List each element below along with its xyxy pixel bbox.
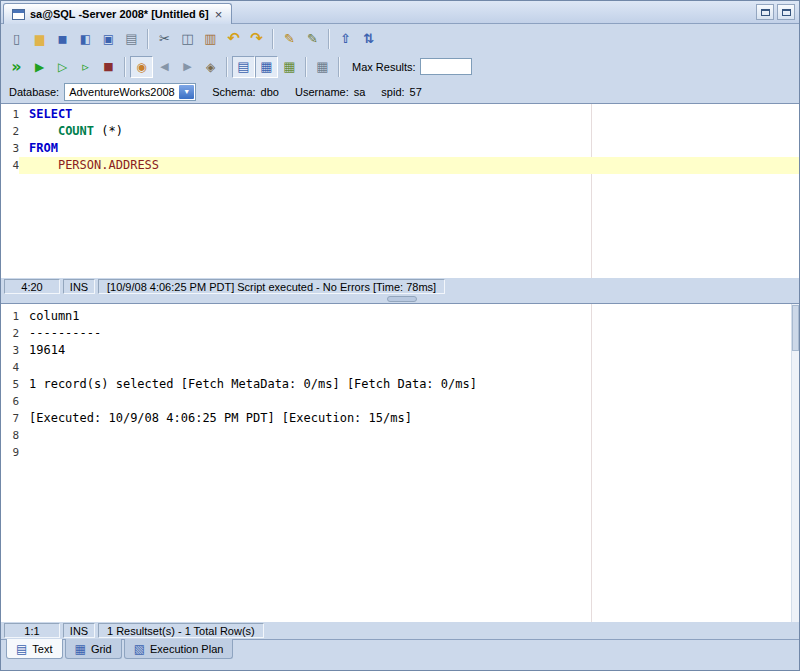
- execute-selection-button[interactable]: ▷: [51, 56, 74, 78]
- new-file-button[interactable]: ▯: [5, 28, 28, 50]
- results-pin-toggle[interactable]: ▦: [278, 56, 301, 78]
- execution-plan-icon: ▧: [134, 643, 145, 655]
- paste-icon: ▥: [204, 32, 216, 45]
- line-number: 2: [1, 123, 19, 140]
- toolbar-separator: [226, 57, 228, 77]
- results-insert-mode-indicator: INS: [63, 623, 95, 638]
- main-toolbar: ▯▆◼◧▣▤✂◫▥↶↷✎✎⇧⇅: [1, 24, 799, 53]
- save-as-icon: ▣: [103, 33, 114, 45]
- toolbar-separator: [272, 29, 274, 49]
- close-tab-icon[interactable]: ×: [214, 9, 224, 20]
- spid-label: spid:: [381, 86, 404, 98]
- toolbar-separator: [338, 57, 340, 77]
- line-number: 4: [1, 359, 19, 376]
- execution-toolbar: »▶▷▹■◉◀▶◈▤▦▦▦ Max Results:: [1, 53, 799, 80]
- code-text: COUNT (*): [19, 123, 799, 140]
- sort-button[interactable]: ⇅: [357, 28, 380, 50]
- result-line-4[interactable]: 4: [1, 359, 799, 376]
- result-line-7[interactable]: 7[Executed: 10/9/08 4:06:25 PM PDT] [Exe…: [1, 410, 799, 427]
- tab-execution-plan-label: Execution Plan: [150, 643, 223, 655]
- open-file-button[interactable]: ▆: [28, 28, 51, 50]
- maximize-window-button[interactable]: [777, 4, 795, 20]
- uppercase-icon: ⇧: [340, 32, 351, 45]
- pane-splitter[interactable]: [1, 295, 799, 303]
- cut-button[interactable]: ✂: [153, 28, 176, 50]
- toolbar-separator: [328, 29, 330, 49]
- next-statement-button[interactable]: ▶: [176, 56, 199, 78]
- session-tab-bar: sa@SQL -Server 2008* [Untitled 6] ×: [1, 1, 799, 24]
- execute-current-button[interactable]: ▹: [74, 56, 97, 78]
- tab-execution-plan[interactable]: ▧Execution Plan: [124, 639, 234, 659]
- result-text: [19, 393, 799, 410]
- open-result-window-button[interactable]: ▦: [311, 56, 334, 78]
- result-tab-bar: ▤Text▦Grid▧Execution Plan: [1, 639, 799, 670]
- session-tab[interactable]: sa@SQL -Server 2008* [Untitled 6] ×: [3, 3, 232, 24]
- resultset-summary: 1 Resultset(s) - 1 Total Row(s): [98, 623, 264, 638]
- print-button[interactable]: ▤: [120, 28, 143, 50]
- database-select[interactable]: AdventureWorks2008 ▼: [64, 83, 196, 101]
- execution-message: [10/9/08 4:06:25 PM PDT] Script executed…: [98, 279, 445, 294]
- uppercase-button[interactable]: ⇧: [334, 28, 357, 50]
- save-all-button[interactable]: ◧: [74, 28, 97, 50]
- paste-button[interactable]: ▥: [199, 28, 222, 50]
- editor-line-2[interactable]: 2 COUNT (*): [1, 123, 799, 140]
- max-results-input[interactable]: [420, 58, 472, 75]
- result-line-9[interactable]: 9: [1, 444, 799, 461]
- results-as-text-toggle[interactable]: ▤: [232, 56, 255, 78]
- redo-button[interactable]: ↷: [245, 28, 268, 50]
- cut-icon: ✂: [159, 32, 170, 45]
- results-scrollbar-thumb[interactable]: [792, 305, 799, 351]
- execute-current-icon: ▹: [82, 60, 89, 73]
- save-as-button[interactable]: ▣: [97, 28, 120, 50]
- commit-button[interactable]: ◈: [199, 56, 222, 78]
- result-text: column1: [19, 308, 799, 325]
- result-line-1[interactable]: 1column1: [1, 308, 799, 325]
- stop-button[interactable]: ■: [97, 56, 120, 78]
- result-line-2[interactable]: 2----------: [1, 325, 799, 342]
- editor-line-1[interactable]: 1SELECT: [1, 106, 799, 123]
- code-text: PERSON.ADDRESS: [19, 157, 799, 174]
- execute-icon: ▶: [35, 61, 44, 73]
- execute-button[interactable]: ▶: [28, 56, 51, 78]
- results-scrollbar[interactable]: [791, 304, 799, 622]
- result-text: [19, 427, 799, 444]
- edit-options-button[interactable]: ✎: [301, 28, 324, 50]
- tab-grid[interactable]: ▦Grid: [65, 639, 122, 659]
- chevron-down-icon: ▼: [179, 85, 194, 99]
- tab-text[interactable]: ▤Text: [6, 639, 63, 659]
- execute-all-button[interactable]: »: [5, 56, 28, 78]
- result-line-6[interactable]: 6: [1, 393, 799, 410]
- tab-grid-label: Grid: [91, 643, 112, 655]
- results-as-grid-toggle[interactable]: ▦: [255, 56, 278, 78]
- save-icon: ◼: [58, 33, 68, 45]
- results-grid-icon: ▦: [260, 60, 272, 73]
- code-text: FROM: [19, 140, 799, 157]
- result-text: [19, 444, 799, 461]
- line-number: 8: [1, 427, 19, 444]
- result-window-icon: ▦: [316, 60, 328, 73]
- editor-line-4[interactable]: 4 PERSON.ADDRESS: [1, 157, 799, 174]
- previous-statement-button[interactable]: ◀: [153, 56, 176, 78]
- save-button[interactable]: ◼: [51, 28, 74, 50]
- copy-button[interactable]: ◫: [176, 28, 199, 50]
- editor-line-3[interactable]: 3FROM: [1, 140, 799, 157]
- window-controls: [756, 4, 795, 20]
- new-file-icon: ▯: [13, 32, 20, 45]
- result-line-5[interactable]: 51 record(s) selected [Fetch MetaData: 0…: [1, 376, 799, 393]
- results-text-pane[interactable]: 1column12----------319614451 record(s) s…: [1, 303, 799, 622]
- undo-button[interactable]: ↶: [222, 28, 245, 50]
- result-line-8[interactable]: 8: [1, 427, 799, 444]
- pin-session-toggle[interactable]: ◉: [130, 56, 153, 78]
- undo-icon: ↶: [227, 31, 240, 46]
- line-number: 1: [1, 308, 19, 325]
- result-text: 1 record(s) selected [Fetch MetaData: 0/…: [19, 376, 799, 393]
- splitter-grip-icon[interactable]: [387, 296, 417, 302]
- result-line-3[interactable]: 319614: [1, 342, 799, 359]
- copy-icon: ◫: [181, 32, 193, 45]
- spid-value: 57: [410, 86, 422, 98]
- float-window-button[interactable]: [756, 4, 774, 20]
- sql-editor[interactable]: 1SELECT2 COUNT (*)3FROM4 PERSON.ADDRESS: [1, 103, 799, 278]
- toolbar-separator: [124, 57, 126, 77]
- line-number: 5: [1, 376, 19, 393]
- format-sql-button[interactable]: ✎: [278, 28, 301, 50]
